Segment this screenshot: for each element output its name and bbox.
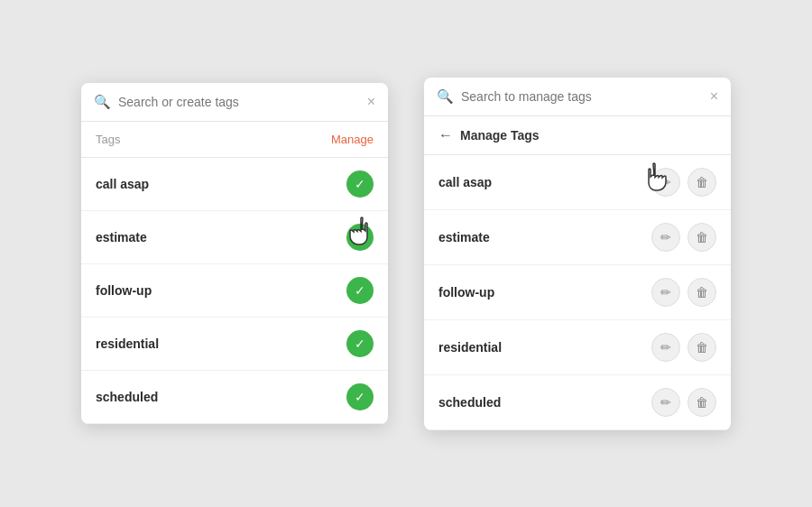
check-button[interactable]: ✓ [346,277,374,304]
action-buttons: ✏ 🗑 [651,333,716,362]
table-row: residential ✓ [81,318,388,371]
search-input-right[interactable] [461,89,703,104]
trash-icon: 🗑 [696,285,708,300]
trash-icon: 🗑 [696,230,708,244]
pencil-icon: ✏ [660,395,671,410]
pencil-icon: ✏ [660,285,671,300]
tag-name: scheduled [96,390,346,404]
table-row: follow-up ✓ [81,264,388,318]
table-row: scheduled ✓ [81,371,388,424]
action-buttons: ✏ 🗑 [651,388,716,417]
check-icon: ✓ [355,231,365,244]
right-panel-header: ← Manage Tags [424,116,731,155]
pencil-icon: ✏ [660,230,671,244]
back-arrow-icon: ← [438,127,453,143]
tag-name: scheduled [438,395,651,410]
pencil-icon: ✏ [660,175,671,189]
search-input-left[interactable] [118,95,360,109]
check-button[interactable]: ✓ [346,224,374,251]
edit-button[interactable]: ✏ [651,388,680,417]
manage-button[interactable]: Manage [331,133,374,146]
delete-button[interactable]: 🗑 [687,388,716,417]
edit-button[interactable]: ✏ [651,168,680,197]
right-tag-list: call asap ✏ 🗑 estimate [424,155,731,430]
back-button[interactable]: ← Manage Tags [438,127,540,143]
tag-name: estimate [96,230,346,244]
table-row: call asap ✓ [81,158,388,211]
tag-name: follow-up [96,283,346,298]
right-panel: 🔍 × ← Manage Tags call asap ✏ 🗑 [424,78,731,430]
trash-icon: 🗑 [696,175,708,189]
check-icon: ✓ [355,337,365,350]
tag-name: estimate [438,230,651,244]
check-button[interactable]: ✓ [346,330,374,357]
close-button-left[interactable]: × [367,95,375,109]
table-row: follow-up ✏ 🗑 [424,265,731,320]
manage-tags-label: Manage Tags [460,128,540,143]
table-row: scheduled ✏ 🗑 [424,375,731,430]
action-buttons: ✏ 🗑 [651,223,716,252]
check-icon: ✓ [355,284,365,297]
edit-button[interactable]: ✏ [651,223,680,252]
check-button[interactable]: ✓ [346,383,374,410]
trash-icon: 🗑 [696,395,708,410]
left-tag-list: call asap ✓ estimate ✓ follow-up ✓ resid… [81,158,388,424]
tag-name: residential [438,340,651,355]
delete-button[interactable]: 🗑 [687,278,716,307]
left-panel: 🔍 × Tags Manage call asap ✓ estimate ✓ [81,83,388,424]
action-buttons: ✏ 🗑 [651,278,716,307]
close-button-right[interactable]: × [710,89,718,104]
table-row: estimate ✏ 🗑 [424,210,731,265]
left-search-bar: 🔍 × [81,83,388,122]
check-button[interactable]: ✓ [346,171,374,198]
tag-name: call asap [96,177,346,191]
pencil-icon: ✏ [660,340,671,355]
edit-button[interactable]: ✏ [651,278,680,307]
check-icon: ✓ [355,178,365,190]
check-icon: ✓ [355,391,365,403]
delete-button[interactable]: 🗑 [687,333,716,362]
search-icon-right: 🔍 [437,88,454,105]
tag-name: follow-up [438,285,651,300]
tags-label: Tags [96,133,331,146]
right-search-bar: 🔍 × [424,78,731,116]
edit-button[interactable]: ✏ [651,333,680,362]
action-buttons: ✏ 🗑 [651,168,716,197]
delete-button[interactable]: 🗑 [687,168,716,197]
left-panel-header: Tags Manage [81,122,388,158]
trash-icon: 🗑 [696,340,708,355]
delete-button[interactable]: 🗑 [687,223,716,252]
table-row: residential ✏ 🗑 [424,320,731,375]
table-row: call asap ✏ 🗑 [424,155,731,210]
search-icon-left: 🔍 [94,94,111,110]
tag-name: call asap [438,175,651,189]
tag-name: residential [96,336,346,351]
table-row: estimate ✓ [81,211,388,264]
